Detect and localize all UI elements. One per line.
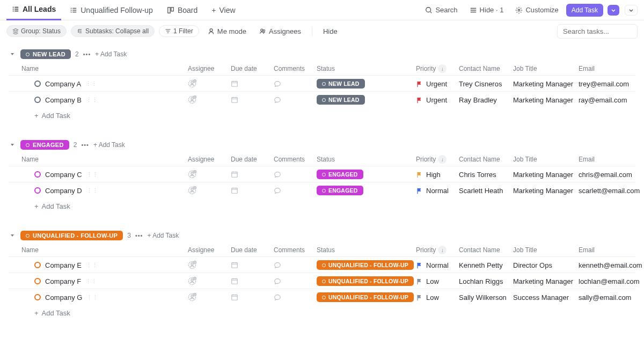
- group-add-task[interactable]: + Add Task: [147, 232, 179, 239]
- status-cell[interactable]: ENGAGED: [317, 170, 416, 179]
- search-button[interactable]: Search: [421, 4, 462, 16]
- status-ring-icon[interactable]: [34, 278, 41, 284]
- drag-handle-icon[interactable]: ⋮⋮: [86, 294, 98, 301]
- col-assignee[interactable]: Assignee: [188, 246, 231, 254]
- email-cell[interactable]: lochlan@email.com: [579, 277, 644, 285]
- col-email[interactable]: Email: [579, 156, 644, 163]
- priority-cell[interactable]: Low: [416, 293, 459, 302]
- assignee-cell[interactable]: [188, 186, 231, 195]
- job-title-cell[interactable]: Marketing Manager: [513, 277, 579, 285]
- assignee-cell[interactable]: [188, 95, 231, 104]
- job-title-cell[interactable]: Marketing Manager: [513, 96, 579, 104]
- assignees-button[interactable]: Assignees: [255, 25, 305, 38]
- col-priority[interactable]: Priority ↓: [416, 155, 459, 164]
- add-task-row[interactable]: + Add Task: [9, 198, 635, 215]
- task-name[interactable]: Company A: [45, 80, 81, 88]
- assignee-cell[interactable]: [188, 170, 231, 179]
- task-row[interactable]: Company A⋮⋮NEW LEADUrgentTrey CisnerosMa…: [9, 75, 635, 91]
- priority-cell[interactable]: Normal: [416, 187, 459, 195]
- priority-cell[interactable]: Low: [416, 277, 459, 285]
- status-ring-icon[interactable]: [34, 187, 41, 194]
- contact-cell[interactable]: Ray Bradley: [459, 96, 513, 104]
- comments-cell[interactable]: [274, 277, 317, 285]
- task-row[interactable]: Company D⋮⋮ENGAGEDNormalScarlett HeathMa…: [9, 182, 635, 198]
- status-ring-icon[interactable]: [34, 171, 41, 178]
- status-ring-icon[interactable]: [34, 294, 41, 300]
- contact-cell[interactable]: Chris Torres: [459, 171, 513, 179]
- group-more-menu[interactable]: •••: [83, 51, 91, 57]
- job-title-cell[interactable]: Marketing Manager: [513, 187, 579, 195]
- group-status-chip[interactable]: NEW LEAD: [20, 49, 71, 59]
- col-name[interactable]: Name: [21, 65, 188, 72]
- contact-cell[interactable]: Lochlan Riggs: [459, 277, 513, 285]
- due-date-cell[interactable]: [231, 293, 274, 301]
- col-job-title[interactable]: Job Title: [513, 65, 579, 72]
- task-name[interactable]: Company C: [45, 171, 82, 179]
- col-comments[interactable]: Comments: [274, 65, 317, 72]
- col-status[interactable]: Status: [317, 156, 416, 163]
- drag-handle-icon[interactable]: ⋮⋮: [85, 278, 97, 285]
- group-more-menu[interactable]: •••: [135, 232, 143, 239]
- col-assignee[interactable]: Assignee: [188, 65, 231, 72]
- task-name[interactable]: Company G: [45, 293, 82, 302]
- tab-all-leads[interactable]: All Leads: [6, 0, 61, 20]
- email-cell[interactable]: trey@email.com: [579, 80, 644, 88]
- comments-cell[interactable]: [274, 80, 317, 87]
- add-task-button[interactable]: Add Task: [566, 4, 603, 17]
- job-title-cell[interactable]: Marketing Manager: [513, 80, 579, 88]
- add-task-row[interactable]: + Add Task: [9, 107, 635, 124]
- task-name[interactable]: Company D: [45, 187, 82, 195]
- drag-handle-icon[interactable]: ⋮⋮: [86, 262, 98, 269]
- drag-handle-icon[interactable]: ⋮⋮: [86, 97, 98, 104]
- customize-button[interactable]: Customize: [511, 4, 562, 16]
- comments-cell[interactable]: [274, 171, 317, 178]
- assignee-cell[interactable]: [188, 277, 231, 285]
- status-ring-icon[interactable]: [34, 97, 41, 103]
- collapse-toggle[interactable]: [9, 142, 16, 148]
- filter-pill[interactable]: 1 Filter: [159, 25, 199, 37]
- col-job-title[interactable]: Job Title: [513, 246, 579, 254]
- col-priority[interactable]: Priority ↓: [416, 64, 459, 73]
- col-name[interactable]: Name: [21, 246, 188, 254]
- assignee-cell[interactable]: [188, 79, 231, 88]
- status-cell[interactable]: UNQUALIFIED - FOLLOW-UP: [317, 276, 416, 286]
- col-due-date[interactable]: Due date: [231, 246, 274, 254]
- comments-cell[interactable]: [274, 96, 317, 104]
- tab-board[interactable]: Board: [162, 0, 203, 20]
- drag-handle-icon[interactable]: ⋮⋮: [85, 80, 97, 87]
- task-row[interactable]: Company G⋮⋮UNQUALIFIED - FOLLOW-UPLowSal…: [9, 289, 635, 305]
- group-status-chip[interactable]: UNQUALIFIED - FOLLOW-UP: [20, 231, 123, 240]
- col-assignee[interactable]: Assignee: [188, 156, 231, 163]
- add-task-row[interactable]: + Add Task: [9, 305, 635, 321]
- status-ring-icon[interactable]: [34, 262, 41, 268]
- task-row[interactable]: Company F⋮⋮UNQUALIFIED - FOLLOW-UPLowLoc…: [9, 273, 635, 289]
- col-status[interactable]: Status: [317, 246, 416, 254]
- comments-cell[interactable]: [274, 261, 317, 269]
- tab-unqualified[interactable]: Unqualified Follow-up: [64, 0, 158, 20]
- me-mode-button[interactable]: Me mode: [203, 25, 251, 38]
- status-cell[interactable]: UNQUALIFIED - FOLLOW-UP: [317, 260, 416, 270]
- tab-view-add[interactable]: + View: [206, 0, 240, 20]
- col-due-date[interactable]: Due date: [231, 156, 274, 163]
- hide-text-button[interactable]: Hide: [319, 25, 342, 38]
- assignee-cell[interactable]: [188, 261, 231, 269]
- email-cell[interactable]: chris@email.com: [579, 171, 644, 179]
- more-menu-button[interactable]: [625, 5, 638, 16]
- subtasks-pill[interactable]: Subtasks: Collapse all: [71, 25, 155, 37]
- col-comments[interactable]: Comments: [274, 156, 317, 163]
- contact-cell[interactable]: Sally Wilkerson: [459, 293, 513, 302]
- due-date-cell[interactable]: [231, 171, 274, 178]
- col-contact-name[interactable]: Contact Name: [459, 65, 513, 72]
- due-date-cell[interactable]: [231, 277, 274, 285]
- status-ring-icon[interactable]: [34, 80, 41, 87]
- due-date-cell[interactable]: [231, 261, 274, 269]
- col-job-title[interactable]: Job Title: [513, 156, 579, 163]
- priority-cell[interactable]: Urgent: [416, 96, 459, 104]
- assignee-cell[interactable]: [188, 293, 231, 302]
- collapse-toggle[interactable]: [9, 52, 16, 57]
- contact-cell[interactable]: Kenneth Petty: [459, 261, 513, 269]
- priority-cell[interactable]: Normal: [416, 261, 459, 269]
- job-title-cell[interactable]: Director Ops: [513, 261, 579, 269]
- col-email[interactable]: Email: [579, 65, 644, 72]
- col-status[interactable]: Status: [317, 65, 416, 72]
